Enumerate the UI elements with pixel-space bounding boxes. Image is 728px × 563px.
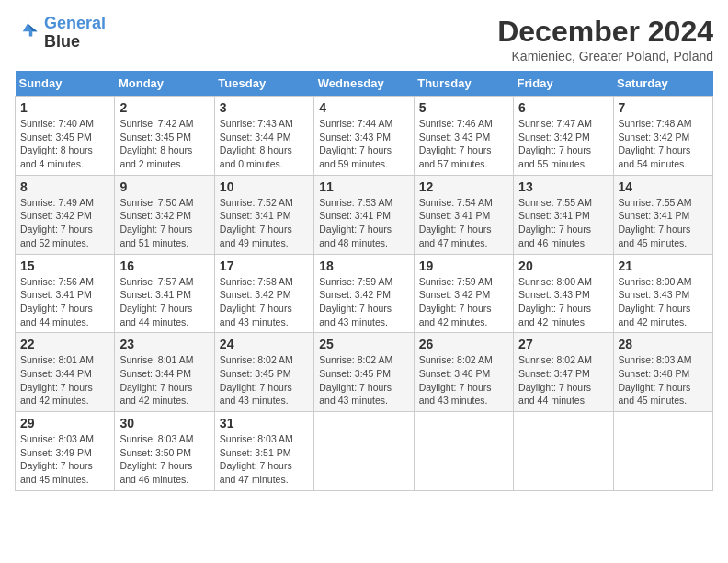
day-number: 1 [20, 100, 109, 115]
calendar-week-row: 1 Sunrise: 7:40 AM Sunset: 3:45 PM Dayli… [16, 97, 713, 176]
weekday-header-row: SundayMondayTuesdayWednesdayThursdayFrid… [16, 71, 713, 97]
day-info: Sunrise: 8:03 AM Sunset: 3:51 PM Dayligh… [220, 432, 309, 487]
day-number: 21 [619, 259, 708, 273]
day-number: 18 [319, 259, 408, 273]
day-number: 22 [20, 337, 109, 351]
calendar-cell: 24 Sunrise: 8:02 AM Sunset: 3:45 PM Dayl… [214, 333, 313, 412]
day-number: 28 [619, 337, 708, 351]
day-number: 29 [20, 416, 109, 431]
day-info: Sunrise: 7:46 AM Sunset: 3:43 PM Dayligh… [419, 117, 508, 171]
day-info: Sunrise: 7:43 AM Sunset: 3:44 PM Dayligh… [220, 117, 309, 171]
calendar-cell: 22 Sunrise: 8:01 AM Sunset: 3:44 PM Dayl… [16, 333, 115, 412]
calendar-cell: 31 Sunrise: 8:03 AM Sunset: 3:51 PM Dayl… [214, 412, 313, 491]
day-number: 24 [220, 337, 309, 351]
calendar-week-row: 29 Sunrise: 8:03 AM Sunset: 3:49 PM Dayl… [16, 412, 713, 491]
day-info: Sunrise: 8:02 AM Sunset: 3:47 PM Dayligh… [518, 353, 608, 408]
calendar-cell: 11 Sunrise: 7:53 AM Sunset: 3:41 PM Dayl… [314, 175, 414, 254]
day-number: 30 [119, 416, 209, 431]
day-number: 7 [619, 100, 708, 115]
day-info: Sunrise: 8:02 AM Sunset: 3:45 PM Dayligh… [220, 353, 309, 408]
day-number: 16 [119, 259, 209, 273]
weekday-header: Saturday [613, 71, 712, 97]
day-number: 2 [119, 100, 209, 115]
calendar-cell: 16 Sunrise: 7:57 AM Sunset: 3:41 PM Dayl… [115, 254, 214, 333]
weekday-header: Sunday [16, 71, 115, 97]
day-number: 15 [20, 259, 109, 273]
calendar-cell: 21 Sunrise: 8:00 AM Sunset: 3:43 PM Dayl… [613, 254, 712, 333]
calendar-cell: 1 Sunrise: 7:40 AM Sunset: 3:45 PM Dayli… [16, 97, 115, 176]
calendar-cell: 29 Sunrise: 8:03 AM Sunset: 3:49 PM Dayl… [16, 412, 115, 491]
day-number: 26 [419, 337, 508, 351]
day-info: Sunrise: 8:01 AM Sunset: 3:44 PM Dayligh… [119, 353, 209, 408]
calendar-cell: 23 Sunrise: 8:01 AM Sunset: 3:44 PM Dayl… [115, 333, 214, 412]
calendar-cell: 3 Sunrise: 7:43 AM Sunset: 3:44 PM Dayli… [214, 97, 313, 176]
day-info: Sunrise: 7:52 AM Sunset: 3:41 PM Dayligh… [220, 196, 309, 250]
logo-icon [15, 20, 40, 46]
day-info: Sunrise: 7:56 AM Sunset: 3:41 PM Dayligh… [20, 275, 109, 329]
day-info: Sunrise: 7:50 AM Sunset: 3:42 PM Dayligh… [119, 196, 209, 250]
day-info: Sunrise: 8:00 AM Sunset: 3:43 PM Dayligh… [619, 275, 708, 329]
weekday-header: Tuesday [214, 71, 313, 97]
month-title: December 2024 [497, 15, 713, 49]
calendar-cell: 25 Sunrise: 8:02 AM Sunset: 3:45 PM Dayl… [314, 333, 414, 412]
day-info: Sunrise: 7:55 AM Sunset: 3:41 PM Dayligh… [619, 196, 708, 250]
calendar-week-row: 22 Sunrise: 8:01 AM Sunset: 3:44 PM Dayl… [16, 333, 713, 412]
day-number: 23 [119, 337, 209, 351]
day-info: Sunrise: 7:49 AM Sunset: 3:42 PM Dayligh… [20, 196, 109, 250]
calendar-week-row: 15 Sunrise: 7:56 AM Sunset: 3:41 PM Dayl… [16, 254, 713, 333]
day-info: Sunrise: 7:55 AM Sunset: 3:41 PM Dayligh… [518, 196, 608, 250]
calendar-cell: 13 Sunrise: 7:55 AM Sunset: 3:41 PM Dayl… [514, 175, 613, 254]
calendar-cell: 5 Sunrise: 7:46 AM Sunset: 3:43 PM Dayli… [414, 97, 513, 176]
day-info: Sunrise: 7:40 AM Sunset: 3:45 PM Dayligh… [20, 117, 109, 171]
day-number: 14 [619, 179, 708, 194]
day-info: Sunrise: 7:47 AM Sunset: 3:42 PM Dayligh… [518, 117, 608, 171]
weekday-header: Thursday [414, 71, 513, 97]
day-info: Sunrise: 7:53 AM Sunset: 3:41 PM Dayligh… [319, 196, 408, 250]
calendar-cell: 17 Sunrise: 7:58 AM Sunset: 3:42 PM Dayl… [214, 254, 313, 333]
calendar-cell [314, 412, 414, 491]
day-number: 13 [518, 179, 608, 194]
calendar-week-row: 8 Sunrise: 7:49 AM Sunset: 3:42 PM Dayli… [16, 175, 713, 254]
calendar-cell: 15 Sunrise: 7:56 AM Sunset: 3:41 PM Dayl… [16, 254, 115, 333]
day-number: 5 [419, 100, 508, 115]
day-number: 4 [319, 100, 408, 115]
calendar-cell: 19 Sunrise: 7:59 AM Sunset: 3:42 PM Dayl… [414, 254, 513, 333]
day-info: Sunrise: 7:54 AM Sunset: 3:41 PM Dayligh… [419, 196, 508, 250]
day-number: 20 [518, 259, 608, 273]
calendar-cell [414, 412, 513, 491]
day-info: Sunrise: 7:59 AM Sunset: 3:42 PM Dayligh… [419, 275, 508, 329]
weekday-header: Friday [514, 71, 613, 97]
calendar-cell: 9 Sunrise: 7:50 AM Sunset: 3:42 PM Dayli… [115, 175, 214, 254]
day-info: Sunrise: 7:58 AM Sunset: 3:42 PM Dayligh… [220, 275, 309, 329]
day-info: Sunrise: 7:59 AM Sunset: 3:42 PM Dayligh… [319, 275, 408, 329]
calendar-cell: 30 Sunrise: 8:03 AM Sunset: 3:50 PM Dayl… [115, 412, 214, 491]
page-header: GeneralBlue December 2024 Kamieniec, Gre… [15, 15, 713, 63]
calendar-cell: 27 Sunrise: 8:02 AM Sunset: 3:47 PM Dayl… [514, 333, 613, 412]
location: Kamieniec, Greater Poland, Poland [497, 49, 713, 63]
calendar-cell: 4 Sunrise: 7:44 AM Sunset: 3:43 PM Dayli… [314, 97, 414, 176]
day-number: 11 [319, 179, 408, 194]
calendar-cell: 28 Sunrise: 8:03 AM Sunset: 3:48 PM Dayl… [613, 333, 712, 412]
weekday-header: Monday [115, 71, 214, 97]
day-number: 12 [419, 179, 508, 194]
calendar-cell: 26 Sunrise: 8:02 AM Sunset: 3:46 PM Dayl… [414, 333, 513, 412]
day-number: 8 [20, 179, 109, 194]
day-info: Sunrise: 7:44 AM Sunset: 3:43 PM Dayligh… [319, 117, 408, 171]
day-number: 17 [220, 259, 309, 273]
day-number: 25 [319, 337, 408, 351]
logo: GeneralBlue [15, 15, 106, 52]
day-info: Sunrise: 7:48 AM Sunset: 3:42 PM Dayligh… [619, 117, 708, 171]
calendar-cell: 14 Sunrise: 7:55 AM Sunset: 3:41 PM Dayl… [613, 175, 712, 254]
day-number: 10 [220, 179, 309, 194]
day-info: Sunrise: 7:57 AM Sunset: 3:41 PM Dayligh… [119, 275, 209, 329]
weekday-header: Wednesday [314, 71, 414, 97]
calendar-cell [514, 412, 613, 491]
calendar-cell: 12 Sunrise: 7:54 AM Sunset: 3:41 PM Dayl… [414, 175, 513, 254]
calendar-cell: 8 Sunrise: 7:49 AM Sunset: 3:42 PM Dayli… [16, 175, 115, 254]
day-info: Sunrise: 8:00 AM Sunset: 3:43 PM Dayligh… [518, 275, 608, 329]
calendar-cell: 6 Sunrise: 7:47 AM Sunset: 3:42 PM Dayli… [514, 97, 613, 176]
day-number: 31 [220, 416, 309, 431]
day-number: 27 [518, 337, 608, 351]
calendar-cell: 18 Sunrise: 7:59 AM Sunset: 3:42 PM Dayl… [314, 254, 414, 333]
day-info: Sunrise: 8:03 AM Sunset: 3:48 PM Dayligh… [619, 353, 708, 408]
